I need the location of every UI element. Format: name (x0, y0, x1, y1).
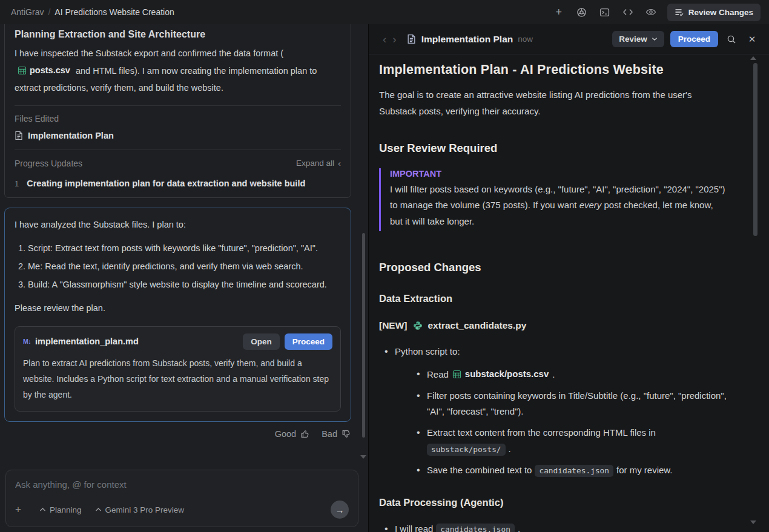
new-file-name[interactable]: extract_candidates.py (428, 320, 527, 331)
important-text: I will filter posts based on keywords (e… (390, 182, 727, 229)
chevron-up-icon (39, 507, 46, 512)
proceed-header-button[interactable]: Proceed (670, 31, 718, 47)
thumbs-down-icon (342, 429, 351, 439)
code-chip: candidates.json (436, 524, 515, 532)
python-icon (413, 321, 423, 330)
app-name[interactable]: AntiGrav (11, 7, 44, 17)
bad-feedback-button[interactable]: Bad (322, 429, 351, 439)
review-changes-icon (675, 8, 684, 16)
plan-step: Me: Read the text, identify predictions,… (28, 258, 341, 275)
browser-icon[interactable] (575, 5, 589, 19)
plan-step: Build: A "Glassmorphism" style website t… (28, 277, 341, 293)
save-text-after: for my review. (616, 465, 673, 475)
csv-table-icon (452, 370, 461, 379)
right-scrollbar-thumb[interactable] (753, 63, 757, 236)
plan-step: Script: Extract text from posts with key… (28, 240, 341, 257)
left-scrollbar-down-arrow[interactable] (360, 455, 366, 459)
breadcrumb-separator: / (48, 7, 50, 17)
code-chip: candidates.json (535, 465, 613, 477)
good-feedback-button[interactable]: Good (275, 429, 310, 439)
forward-arrow-icon[interactable]: › (389, 33, 399, 46)
progress-item-text: Creating implementation plan for data ex… (27, 179, 305, 188)
document-icon (407, 34, 416, 44)
right-scrollbar-down-arrow[interactable] (750, 521, 756, 524)
edited-file-row[interactable]: Implementation Plan (15, 131, 341, 140)
progress-label: Progress Updates (15, 159, 82, 168)
topbar: AntiGrav / AI Predictions Website Creati… (0, 0, 769, 24)
left-scrollbar-thumb[interactable] (362, 233, 365, 438)
proceed-button[interactable]: Proceed (285, 333, 332, 350)
model-selector[interactable]: Gemini 3 Pro Preview (95, 505, 185, 514)
chevron-up-icon (95, 507, 102, 512)
extraction-list: Python script to: Readsubstack/posts.csv… (384, 344, 727, 478)
composer-input[interactable] (15, 479, 349, 490)
composer: + Planning Gemini 3 Pro Preview → (5, 470, 358, 527)
model-label: Gemini 3 Pro Preview (105, 505, 185, 514)
bad-label: Bad (322, 429, 337, 439)
section-data-processing: Data Processing (Agentic) (379, 497, 727, 508)
plan-title: Implementation Plan (421, 34, 513, 45)
processing-period: . (518, 524, 520, 532)
conversation-scroll-area[interactable]: Planning Extraction and Site Architectur… (0, 24, 368, 468)
list-item: Python script to: Readsubstack/posts.csv… (384, 344, 727, 478)
extract-text: Extract text content from the correspond… (427, 427, 656, 438)
new-tag: [NEW] (379, 320, 408, 331)
open-button[interactable]: Open (243, 333, 280, 350)
planning-heading: Planning Extraction and Site Architectur… (15, 25, 341, 40)
mode-selector[interactable]: Planning (39, 505, 82, 514)
review-dropdown[interactable]: Review (612, 31, 664, 47)
section-data-extraction: Data Extraction (379, 293, 727, 304)
planning-card: Planning Extraction and Site Architectur… (4, 24, 351, 198)
artifact-filename[interactable]: implementation_plan.md (35, 337, 139, 346)
plan-document[interactable]: Implementation Plan - AI Predictions Web… (369, 54, 769, 532)
thumbs-up-icon (300, 429, 310, 439)
code-chip: substack/posts/ (427, 444, 506, 456)
chevron-down-icon (652, 37, 658, 41)
extraction-sublist: Readsubstack/posts.csv. Filter posts con… (416, 366, 727, 478)
progress-section: Progress Updates Expand all ‹ 1 Creating… (15, 149, 341, 197)
planning-text-a: I have inspected the Substack export and… (15, 48, 283, 58)
back-arrow-icon[interactable]: ‹ (380, 33, 389, 46)
expand-all-button[interactable]: Expand all ‹ (296, 158, 341, 168)
markdown-icon: M↓ (23, 338, 31, 345)
read-period: . (552, 369, 555, 379)
terminal-icon[interactable] (598, 5, 612, 19)
planning-section: Planning Extraction and Site Architectur… (15, 24, 341, 105)
review-changes-button[interactable]: Review Changes (667, 4, 761, 21)
plan-viewer-panel: ‹ › Implementation Plan now Review Proce… (368, 24, 769, 532)
code-icon[interactable] (621, 5, 635, 19)
posts-csv-chip[interactable]: substack/posts.csv (452, 366, 549, 382)
list-item: Filter posts containing keywords in Titl… (416, 388, 727, 420)
attach-plus-icon[interactable]: + (15, 504, 26, 516)
close-icon[interactable]: ✕ (745, 32, 759, 47)
send-button[interactable]: → (331, 501, 349, 519)
posts-csv-chip[interactable]: posts.csv (18, 62, 70, 79)
progress-item[interactable]: 1 Creating implementation plan for data … (15, 179, 341, 188)
search-icon[interactable] (724, 32, 739, 47)
message-outro: Please review the plan. (15, 300, 341, 317)
posts-csv-label: posts.csv (30, 62, 70, 79)
agent-panel: Planning Extraction and Site Architectur… (0, 24, 368, 532)
plan-steps-list: Script: Extract text from posts with key… (16, 240, 341, 292)
list-item: Save the combined text tocandidates.json… (416, 462, 727, 478)
csv-table-icon (18, 66, 27, 75)
extract-period: . (509, 444, 511, 454)
planning-paragraph: I have inspected the Substack export and… (15, 45, 341, 96)
eye-icon[interactable] (644, 5, 658, 19)
right-scrollbar-up-arrow[interactable] (750, 56, 756, 60)
processing-text: I will read (395, 524, 433, 532)
expand-all-label: Expand all (296, 159, 334, 168)
feedback-row: Good Bad (4, 429, 351, 439)
good-label: Good (275, 429, 296, 439)
posts-csv-label: substack/posts.csv (465, 366, 549, 382)
bullet-intro: Python script to: (395, 346, 460, 356)
section-proposed-changes: Proposed Changes (379, 261, 727, 274)
agent-message-card: I have analyzed the Substack files. I pl… (4, 208, 351, 421)
doc-intro: The goal is to create an attractive webs… (379, 87, 727, 119)
artifact-description: Plan to extract AI predictions from Subs… (23, 356, 332, 403)
read-text: Read (427, 369, 449, 379)
plus-icon[interactable]: + (552, 5, 566, 19)
session-title: AI Predictions Website Creation (54, 7, 174, 17)
important-text-em: every (579, 200, 602, 210)
important-label: IMPORTANT (390, 169, 727, 179)
